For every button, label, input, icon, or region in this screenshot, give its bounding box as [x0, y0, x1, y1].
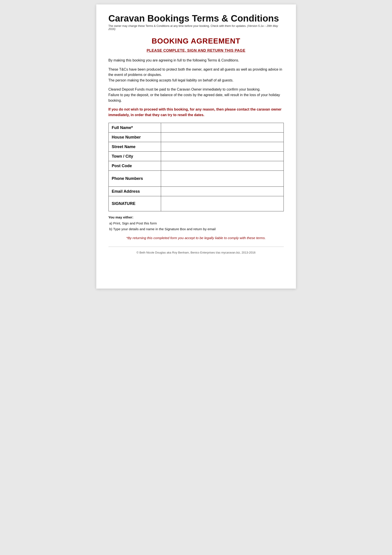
you-may-list: a) Print, Sign and Post this form b) Typ…	[109, 220, 284, 232]
field-label-postcode: Post Code	[108, 161, 161, 170]
field-label-phonenumbers: Phone Numbers	[108, 170, 161, 186]
field-value-towncity[interactable]	[161, 151, 284, 161]
field-value-signature[interactable]	[161, 196, 284, 211]
divider	[108, 247, 284, 247]
booking-form-table: Full Name* House Number Street Name Town…	[108, 123, 284, 211]
table-row: Street Name	[108, 142, 284, 151]
legally-liable: *By returning this completed form you ac…	[108, 236, 284, 240]
booking-title: BOOKING AGREEMENT	[108, 37, 284, 45]
copyright: © Beth Nicole Douglas aka Roy Benham, Be…	[108, 251, 284, 254]
table-row: Email Address	[108, 186, 284, 196]
field-label-streetname: Street Name	[108, 142, 161, 151]
para1: By making this booking you are agreeing …	[108, 58, 284, 63]
field-value-phonenumbers[interactable]	[161, 170, 284, 186]
option-a: a) Print, Sign and Post this form	[109, 220, 284, 226]
field-label-signature: SIGNATURE	[108, 196, 161, 211]
table-row: House Number	[108, 132, 284, 142]
field-value-fullname[interactable]	[161, 123, 284, 132]
field-value-housenumber[interactable]	[161, 132, 284, 142]
para3: Cleared Deposit Funds must be paid to th…	[108, 87, 284, 103]
field-label-fullname: Full Name*	[108, 123, 161, 132]
option-b: b) Type your details and name in the Sig…	[109, 226, 284, 232]
field-label-housenumber: House Number	[108, 132, 161, 142]
page-container: Caravan Bookings Terms & Conditions The …	[96, 4, 296, 289]
you-may-either: You may either:	[108, 215, 284, 219]
para2: These T&Cs have been produced to protect…	[108, 67, 284, 83]
field-value-streetname[interactable]	[161, 142, 284, 151]
field-value-postcode[interactable]	[161, 161, 284, 170]
table-row: SIGNATURE	[108, 196, 284, 211]
header-section: Caravan Bookings Terms & Conditions The …	[108, 13, 284, 31]
field-label-towncity: Town / City	[108, 151, 161, 161]
field-label-emailaddress: Email Address	[108, 186, 161, 196]
warning-text: If you do not wish to proceed with this …	[108, 107, 284, 118]
field-value-emailaddress[interactable]	[161, 186, 284, 196]
table-row: Full Name*	[108, 123, 284, 132]
main-title: Caravan Bookings Terms & Conditions	[108, 13, 284, 23]
subtitle: The owner may change these Terms & Condi…	[108, 24, 284, 31]
table-row: Phone Numbers	[108, 170, 284, 186]
table-row: Town / City	[108, 151, 284, 161]
table-row: Post Code	[108, 161, 284, 170]
please-complete: PLEASE COMPLETE, SIGN AND RETURN THIS PA…	[108, 48, 284, 53]
